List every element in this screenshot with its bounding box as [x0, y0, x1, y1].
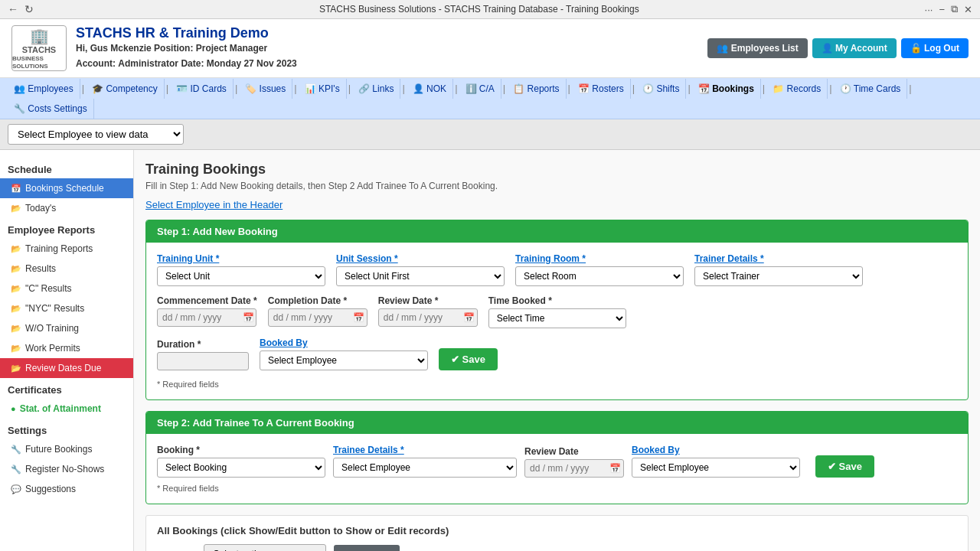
step1-panel: Step 1: Add New Booking Training Unit * … [145, 220, 969, 400]
step2-booked-by-select[interactable]: Select Employee [632, 458, 800, 478]
step1-row3: Duration * Booked By Select Employee ✔ S… [157, 337, 957, 370]
all-bookings-section: All Bookings (click Show/Edit button to … [145, 515, 969, 551]
unit-session-select[interactable]: Select Unit First [336, 266, 505, 286]
sidebar-item-nyc-results[interactable]: 📂 "NYC" Results [0, 298, 133, 318]
nav-id-cards[interactable]: 🪪 ID Cards [170, 79, 234, 99]
sidebar-item-results[interactable]: 📂 Results [0, 259, 133, 279]
sidebar-item-todays[interactable]: 📂 Today's [0, 198, 133, 218]
folder-icon-permits: 📂 [11, 344, 21, 354]
sidebar-item-wo-training[interactable]: 📂 W/O Training [0, 318, 133, 338]
logo: 🏢 STACHS BUSINESS SOLUTIONS [11, 25, 67, 71]
sidebar-schedule-title: Schedule [0, 158, 133, 178]
time-booked-select[interactable]: Select Time [488, 308, 626, 328]
position-value: Project Manager [196, 43, 267, 54]
nav-bookings[interactable]: 📆 Bookings [692, 79, 761, 99]
step2-save-btn[interactable]: ✔ Save [815, 455, 874, 478]
booked-by-select[interactable]: Select Employee [260, 350, 428, 370]
training-unit-group: Training Unit * Select Unit [157, 253, 325, 286]
nav-ca[interactable]: ℹ️ C/A [459, 79, 501, 99]
sidebar-item-suggestions[interactable]: 💬 Suggestions [0, 479, 133, 499]
wrench-icon-noshows: 🔧 [11, 465, 21, 474]
browser-menu-btn[interactable]: ··· [925, 4, 933, 15]
step1-row1: Training Unit * Select Unit Unit Session… [157, 253, 957, 286]
nav-employees[interactable]: 👥 Employees [8, 79, 80, 99]
nav-nok[interactable]: 👤 NOK [407, 79, 453, 99]
booking-group: Booking * Select Booking [157, 445, 325, 478]
my-account-btn[interactable]: 👤 My Account [812, 38, 897, 58]
review-calendar-icon[interactable]: 📅 [463, 312, 475, 323]
nav-links[interactable]: 🔗 Links [352, 79, 400, 99]
completion-calendar-icon[interactable]: 📅 [353, 312, 364, 323]
sidebar-stat-attainment-label: Stat. of Attainment [20, 403, 101, 414]
sidebar-employee-reports-title: Employee Reports [0, 218, 133, 239]
date-label: Date: [181, 58, 204, 69]
nav-competency[interactable]: 🎓 Competency [86, 79, 165, 99]
employee-selector-dropdown[interactable]: Select Employee to view data [8, 124, 184, 145]
nav-reports[interactable]: 📋 Reports [507, 79, 566, 99]
logo-icon: 🏢 [30, 27, 49, 45]
show-edit-btn[interactable]: Show/Edit [334, 545, 400, 552]
nav-costs-settings[interactable]: 🔧 Costs Settings [8, 99, 94, 119]
sidebar-review-dates-label: Review Dates Due [25, 363, 101, 373]
nav-records[interactable]: 📁 Records [766, 79, 828, 99]
nav-shifts[interactable]: 🕐 Shifts [636, 79, 686, 99]
sidebar-item-register-no-shows[interactable]: 🔧 Register No-Shows [0, 459, 133, 479]
trainee-details-label[interactable]: Trainee Details * [333, 445, 517, 455]
booking-select[interactable]: Select Booking [157, 458, 325, 478]
sidebar-c-results-label: "C" Results [25, 283, 72, 294]
trainer-details-label[interactable]: Trainer Details * [694, 253, 863, 264]
nav-kpis[interactable]: 📊 KPI's [299, 79, 347, 99]
browser-refresh-btn[interactable]: ↻ [24, 3, 34, 15]
sidebar-register-no-shows-label: Register No-Shows [25, 464, 104, 474]
wrench-icon-future: 🔧 [11, 445, 21, 455]
browser-restore-btn[interactable]: ⧉ [951, 3, 958, 15]
sidebar-training-reports-label: Training Reports [25, 243, 93, 254]
unit-session-label[interactable]: Unit Session * [336, 253, 505, 264]
step2-booked-by-label[interactable]: Booked By [632, 445, 800, 455]
step2-review-calendar-icon[interactable]: 📅 [609, 463, 621, 474]
content-area: Training Bookings Fill in Step 1: Add Ne… [134, 150, 980, 551]
nav-issues[interactable]: 🏷️ Issues [239, 79, 292, 99]
sidebar-item-bookings-schedule[interactable]: 📅 Bookings Schedule [0, 178, 133, 198]
step2-body: Booking * Select Booking Trainee Details… [146, 434, 968, 504]
sidebar-suggestions-label: Suggestions [25, 484, 76, 494]
step1-row2: Commencement Date * 📅 Completion Date * … [157, 295, 957, 328]
select-employee-link[interactable]: Select Employee in the Header [145, 199, 969, 210]
browser-minimize-btn[interactable]: − [939, 4, 945, 15]
training-unit-select[interactable]: Select Unit [157, 266, 325, 286]
training-room-label[interactable]: Training Room * [515, 253, 684, 264]
nav-time-cards[interactable]: 🕐 Time Cards [834, 79, 908, 99]
step1-save-btn[interactable]: ✔ Save [439, 348, 498, 370]
commencement-date-input[interactable] [157, 308, 256, 327]
circle-icon: ● [11, 404, 16, 413]
sidebar-item-work-permits[interactable]: 📂 Work Permits [0, 338, 133, 358]
commencement-calendar-icon[interactable]: 📅 [243, 312, 254, 323]
employees-list-btn[interactable]: 👥 Employees List [707, 38, 807, 58]
sort-by-select[interactable]: Select option [204, 544, 326, 551]
step1-save-area: ✔ Save [439, 348, 498, 370]
sidebar-item-training-reports[interactable]: 📂 Training Reports [0, 239, 133, 259]
nav-rosters[interactable]: 📅 Rosters [572, 79, 631, 99]
trainer-details-group: Trainer Details * Select Trainer [694, 253, 863, 286]
step1-header: Step 1: Add New Booking [146, 220, 968, 243]
trainee-details-group: Trainee Details * Select Employee [333, 445, 517, 478]
trainee-details-select[interactable]: Select Employee [333, 458, 517, 478]
log-out-btn[interactable]: 🔓 Log Out [901, 38, 969, 58]
duration-input[interactable] [157, 352, 249, 370]
training-room-select[interactable]: Select Room [515, 266, 684, 286]
duration-group: Duration * [157, 339, 249, 370]
browser-back-btn[interactable]: ← [8, 3, 18, 15]
sidebar-item-stat-attainment[interactable]: ● Stat. of Attainment [0, 399, 133, 419]
main-layout: Schedule 📅 Bookings Schedule 📂 Today's E… [0, 150, 980, 551]
booked-by-group: Booked By Select Employee [260, 337, 428, 370]
sidebar-item-future-bookings[interactable]: 🔧 Future Bookings [0, 439, 133, 459]
browser-close-btn[interactable]: ✕ [964, 4, 972, 15]
booked-by-label[interactable]: Booked By [260, 337, 428, 348]
trainer-details-select[interactable]: Select Trainer [694, 266, 863, 286]
step2-review-date-label: Review Date [524, 446, 624, 457]
training-unit-label[interactable]: Training Unit * [157, 253, 325, 264]
sidebar-item-review-dates[interactable]: 📂 Review Dates Due [0, 358, 133, 378]
chat-icon: 💬 [11, 484, 21, 494]
sidebar-item-c-results[interactable]: 📂 "C" Results [0, 279, 133, 298]
app-title: STACHS HR & Training Demo [76, 25, 297, 41]
